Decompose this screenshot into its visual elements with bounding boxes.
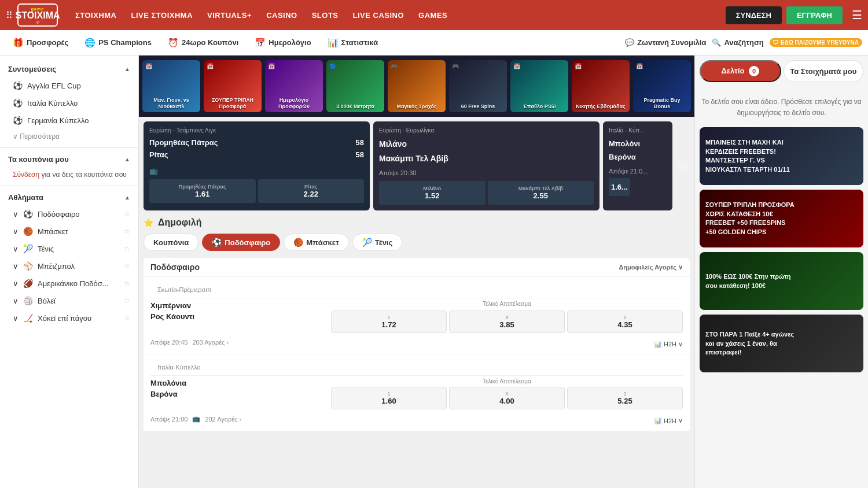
promo-card-icon-1: 📅 [145, 63, 152, 69]
grid-icon[interactable]: ⠿ [6, 10, 13, 21]
tab-basketball[interactable]: 🏀 Μπάσκετ [284, 234, 349, 251]
responsible-gaming-badge[interactable]: 🛡 ΕΔΩ ΠΑΙΖΟΥΜΕ ΥΠΕΥΘΥΝΑ [770, 38, 862, 47]
live-game-2-team2: Μακάμπι Τελ Αβίβ [379, 151, 594, 166]
american-football-fav-icon[interactable]: ☆ [124, 279, 130, 287]
baseball-fav-icon[interactable]: ☆ [124, 262, 130, 270]
chevron-down-icon: ∨ [13, 132, 20, 141]
brand-logo[interactable]: game STOIXIMA .gr [17, 3, 58, 27]
match-1-odd-x[interactable]: Χ 3.85 [449, 310, 565, 333]
sec-nav-calendar[interactable]: 📅 Ημερολόγιο [248, 34, 318, 51]
match-1-teams: Χιμπέρνιαν Ρος Κάουντι [150, 301, 326, 321]
promo-card-3000[interactable]: 🔵 3.000€ Μετρητά [326, 60, 384, 112]
match-2-odd-1[interactable]: 1 1.60 [331, 387, 447, 409]
american-football-icon: 🏈 [23, 279, 33, 288]
sidebar-item-basketball[interactable]: ∨ 🏀 Μπάσκετ ☆ [0, 223, 138, 240]
betslip-tab-my-bets[interactable]: Τα Στοιχήματά μου [784, 60, 864, 82]
volleyball-fav-icon[interactable]: ☆ [124, 297, 130, 305]
promo-banner-100-eos-100[interactable]: 100% ΕΩΣ 100€ Στην πρώτη σου κατάθεση! 1… [700, 252, 863, 310]
coupons-header[interactable]: Τα κουπόνια μου ▲ [0, 151, 138, 167]
match-2-odds: 1 1.60 Χ 4.00 2 5.25 [331, 387, 683, 409]
nav-games[interactable]: GAMES [413, 8, 453, 23]
sec-nav-coupon[interactable]: ⏰ 24ωρο Κουπόνι [161, 34, 245, 51]
promo-banner-sto-para-1[interactable]: ΣΤΟ ΠΑΡΑ 1 Παίξε 4+ αγώνες και αν χάσεις… [700, 315, 863, 372]
register-button[interactable]: ΕΓΓΡΑΦΗ [786, 6, 843, 24]
sidebar-item-american-football[interactable]: ∨ 🏈 Αμερικάνικο Ποδόσ... ☆ [0, 275, 138, 292]
stats-label: Στατιστικά [341, 38, 378, 47]
promo-card-ps-champ[interactable]: 📅 Μαν. Γιουν. vs Νιούκαστλ [142, 60, 200, 112]
live-game-1-odd-2[interactable]: Ρίτας 2.22 [258, 179, 365, 203]
match-1-h2h-button[interactable]: 📊 H2H ∨ [654, 341, 683, 348]
calendar-icon: 📅 [255, 38, 266, 48]
promo-card-ps5[interactable]: 📅 Έπαθλο PS5! [510, 60, 568, 112]
tab-tennis[interactable]: 🎾 Τένις [352, 234, 402, 251]
promo-card-nikitis[interactable]: 📅 Νικητής Εβδομάδας [572, 60, 630, 112]
nav-casino[interactable]: CASINO [260, 8, 303, 23]
match-1-odd-1[interactable]: 1 1.72 [331, 310, 447, 333]
live-game-3-odd-1[interactable]: 1.6... [609, 178, 630, 196]
volleyball-chevron-icon: ∨ [13, 297, 19, 305]
nav-stoixima[interactable]: ΣΤΟΙΧΗΜΑ [69, 8, 123, 23]
sidebar-item-germany-cup[interactable]: ⚽ Γερμανία Κύπελλο [0, 112, 138, 129]
match-1-odd-1-label: 1 [334, 315, 444, 320]
match-2-odd-2[interactable]: 2 5.25 [567, 387, 683, 409]
match-2-teams: Μπολόνια Βερόνα [150, 378, 326, 399]
nav-live-stoixima[interactable]: LIVE ΣΤΟΙΧΗΜΑ [126, 8, 199, 23]
match-1-markets[interactable]: 203 Αγορές › [192, 339, 229, 346]
coupon-login-link[interactable]: Σύνδεση [13, 171, 39, 179]
tennis-tab-icon: 🎾 [362, 238, 372, 247]
sec-nav-offers[interactable]: 🎁 Προσφορές [6, 34, 75, 51]
search-button[interactable]: 🔍 Αναζήτηση [712, 38, 763, 47]
sports-header[interactable]: Αθλήματα ▲ [0, 190, 138, 205]
promo-banner-ps-champions[interactable]: ΜΠΑΙΝΕΙΣ ΣΤΗ ΜΑΧΗ ΚΑΙ ΚΕΡΔΙΖΕΙΣ FREEBETS… [700, 127, 863, 185]
tab-coupons[interactable]: Κουπόνια [144, 234, 198, 251]
promo-card-magic[interactable]: 🎮 Μαγικός Τροχός [388, 60, 446, 112]
live-games-next-button[interactable]: › [676, 162, 690, 170]
match-1-odd-2[interactable]: 2 4.35 [567, 310, 683, 333]
nav-virtuals[interactable]: VIRTUALS+ [201, 8, 258, 23]
tab-football[interactable]: ⚽ Ποδόσφαιρο [202, 234, 280, 251]
betslip-tabs: Δελτίο 0 Τα Στοιχήματά μου [700, 60, 863, 82]
sidebar-item-football[interactable]: ∨ ⚽ Ποδόσφαιρο ☆ [0, 205, 138, 223]
hockey-fav-icon[interactable]: ☆ [124, 314, 130, 322]
live-game-2-odd-2[interactable]: Μακάμπι Τελ Αβίβ 2.55 [488, 181, 594, 205]
sidebar-item-italy-cup[interactable]: ⚽ Ιταλία Κύπελλο [0, 94, 138, 112]
sidebar-item-hockey[interactable]: ∨ 🏒 Χόκεϊ επί πάγου ☆ [0, 309, 138, 327]
match-2-odd-x[interactable]: Χ 4.00 [449, 387, 565, 409]
sec-nav-ps-champions[interactable]: 🌐 PS Champions [78, 34, 159, 51]
match-2-markets[interactable]: 202 Αγορές › [205, 416, 241, 423]
live-chat-button[interactable]: 💬 Ζωντανή Συνομιλία [625, 38, 706, 47]
betslip-tab-active[interactable]: Δελτίο 0 [700, 60, 781, 82]
sidebar-item-baseball[interactable]: ∨ ⚾ Μπέιζμπολ ☆ [0, 257, 138, 275]
sidebar-item-volleyball[interactable]: ∨ 🏐 Βόλεϊ ☆ [0, 292, 138, 309]
live-game-2-odd-2-team: Μακάμπι Τελ Αβίβ [490, 186, 592, 191]
match-2-h2h-button[interactable]: 📊 H2H ∨ [654, 417, 683, 424]
h2h-chevron-icon-2: ∨ [678, 417, 683, 424]
promo-card-super-tripla[interactable]: 📅 ΣΟΥΠΕΡ ΤΡΙΠΛΗ Προσφορά [204, 60, 262, 112]
top-navigation: ⠿ game STOIXIMA .gr ΣΤΟΙΧΗΜΑ LIVE ΣΤΟΙΧΗ… [0, 0, 868, 30]
promo-card-icon-6: 🎮 [452, 63, 459, 69]
basketball-fav-icon[interactable]: ☆ [124, 227, 130, 235]
live-game-2-odd-1[interactable]: Μιλάνο 1.52 [379, 181, 486, 205]
sidebar-item-efl[interactable]: ⚽ Αγγλία EFL Cup [0, 77, 138, 94]
promo-card-offers-counter[interactable]: 📅 Ημερολόγιο Προσφορών [265, 60, 323, 112]
result-label-1: Τελικό Αποτέλεσμα [331, 301, 683, 307]
promo-card-pragmatic[interactable]: 📅 Pragmatic Buy Bonus [633, 60, 691, 112]
hamburger-icon[interactable]: ☰ [852, 8, 862, 22]
tennis-fav-icon[interactable]: ☆ [124, 245, 130, 253]
live-game-1-odd-1[interactable]: Προμηθέας Πάτρας 1.61 [149, 179, 256, 203]
sec-nav-stats[interactable]: 📊 Στατιστικά [321, 34, 385, 51]
football-tab-label: Ποδόσφαιρο [225, 238, 270, 247]
nav-slots[interactable]: SLOTS [306, 8, 344, 23]
popular-markets-button[interactable]: Δημοφιλείς Αγορές ∨ [619, 264, 683, 271]
promo-banner-super-tripla[interactable]: ΣΟΥΠΕΡ ΤΡΙΠΛΗ ΠΡΟΣΦΟΡΑ ΧΩΡΙΣ ΚΑΤΑΘΕΣΗ 10… [700, 190, 863, 247]
football-fav-icon[interactable]: ☆ [124, 210, 130, 218]
live-game-1-league: Ευρώπη - Τσάμπιονς Λιγκ [149, 127, 364, 134]
chart-icon-2: 📊 [654, 417, 662, 424]
login-button[interactable]: ΣΥΝΔΕΣΗ [726, 6, 782, 24]
promo-card-freespins[interactable]: 🎮 60 Free Spins [449, 60, 507, 112]
shortcuts-more[interactable]: ∨ Περισσότερα [0, 129, 138, 144]
popular-tabs: Κουπόνια ⚽ Ποδόσφαιρο 🏀 Μπάσκετ 🎾 Τένις [144, 234, 690, 251]
sidebar-item-tennis[interactable]: ∨ 🎾 Τένις ☆ [0, 240, 138, 257]
nav-live-casino[interactable]: LIVE CASINO [347, 8, 410, 23]
shortcuts-header[interactable]: Συντομεύσεις ▲ [0, 61, 138, 77]
